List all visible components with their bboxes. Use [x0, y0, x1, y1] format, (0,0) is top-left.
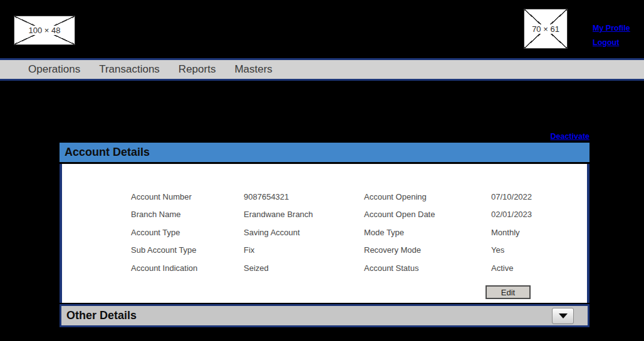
logo-placeholder-label: 100 × 48 [26, 26, 63, 35]
recovery-mode-label: Recovery Mode [364, 245, 491, 255]
account-indication-value: Seized [244, 263, 364, 273]
sub-account-type-value: Fix [244, 245, 364, 255]
account-type-value: Saving Account [244, 228, 364, 237]
account-number-label: Account Number [131, 192, 244, 201]
branch-name-value: Erandwane Branch [244, 210, 364, 219]
chevron-down-icon [559, 313, 568, 318]
mode-type-label: Mode Type [364, 228, 491, 237]
account-open-date-label: Account Open Date [364, 210, 491, 219]
logo-placeholder-image: 100 × 48 [14, 16, 75, 45]
account-type-label: Account Type [131, 228, 244, 237]
logout-link[interactable]: Logout [593, 38, 630, 47]
deactivate-link[interactable]: Deactivate [550, 132, 589, 141]
nav-item-operations[interactable]: Operations [28, 63, 80, 76]
sub-account-type-label: Sub Account Type [131, 245, 244, 255]
account-status-label: Account Status [364, 263, 491, 273]
top-header: 100 × 48 70 × 61 My Profile Logout [0, 0, 644, 58]
account-opening-value: 07/10/2022 [491, 192, 532, 201]
account-open-date-value: 02/01/2023 [491, 210, 532, 219]
my-profile-link[interactable]: My Profile [593, 24, 630, 33]
nav-item-masters[interactable]: Masters [234, 63, 272, 76]
account-details-body: Account Number 9087654321 Account Openin… [60, 164, 589, 303]
recovery-mode-value: Yes [491, 245, 532, 255]
account-details-title: Account Details [65, 146, 150, 159]
account-fields-grid: Account Number 9087654321 Account Openin… [131, 188, 532, 277]
edit-button[interactable]: Edit [486, 285, 531, 299]
header-links: My Profile Logout [593, 24, 630, 47]
account-details-header: Account Details [60, 143, 589, 164]
other-details-expand-button[interactable] [552, 308, 574, 324]
other-details-panel: Other Details [60, 304, 589, 327]
account-status-value: Active [491, 263, 532, 273]
other-details-title: Other Details [66, 309, 137, 322]
profile-placeholder-image: 70 × 61 [524, 9, 568, 49]
profile-placeholder-label: 70 × 61 [529, 24, 562, 34]
deactivate-link-row: Deactivate [60, 130, 589, 141]
nav-item-transactions[interactable]: Transactions [99, 63, 160, 76]
account-indication-label: Account Indication [131, 263, 244, 273]
account-details-panel: Account Details Account Number 908765432… [60, 143, 589, 303]
nav-item-reports[interactable]: Reports [179, 63, 216, 76]
main-nav: Operations Transactions Reports Masters [0, 58, 644, 81]
branch-name-label: Branch Name [131, 210, 244, 219]
account-number-value: 9087654321 [244, 192, 364, 201]
account-opening-label: Account Opening [364, 192, 491, 201]
mode-type-value: Monthly [491, 228, 532, 237]
